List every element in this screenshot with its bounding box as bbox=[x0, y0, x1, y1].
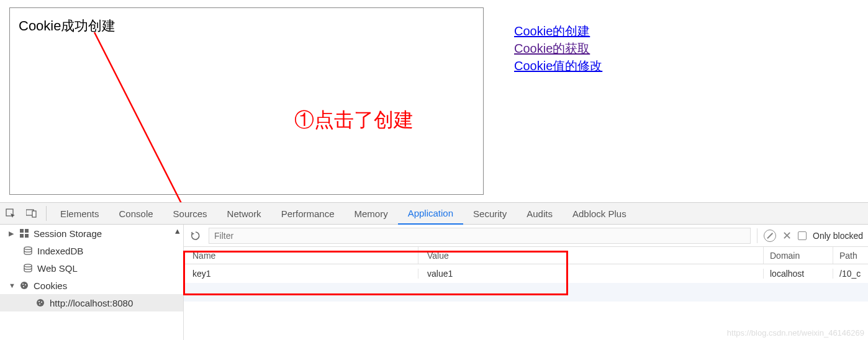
tab-adblock-plus[interactable]: Adblock Plus bbox=[563, 202, 636, 225]
chevron-right-icon: ▶ bbox=[9, 230, 15, 238]
svg-rect-5 bbox=[25, 229, 29, 233]
sidebar-item-session-storage[interactable]: ▶ Session Storage bbox=[0, 225, 183, 242]
svg-point-17 bbox=[39, 303, 40, 305]
close-icon[interactable]: ✕ bbox=[782, 229, 792, 243]
cell-value: value1 bbox=[418, 269, 764, 279]
cookie-table: Name Value Domain Path key1 value1 local… bbox=[184, 247, 868, 340]
table-row[interactable]: key1 value1 localhost /10_c bbox=[184, 264, 868, 283]
svg-point-11 bbox=[22, 284, 24, 285]
refresh-icon[interactable] bbox=[189, 225, 202, 247]
svg-point-12 bbox=[25, 284, 26, 285]
sidebar-item-label: Session Storage bbox=[34, 228, 102, 239]
cookie-icon bbox=[19, 281, 30, 290]
annotation-step1: ①点击了创建 bbox=[294, 107, 414, 134]
svg-rect-7 bbox=[25, 234, 29, 238]
link-cookie-modify[interactable]: Cookie值的修改 bbox=[514, 57, 602, 74]
tab-application[interactable]: Application bbox=[398, 202, 463, 225]
svg-rect-6 bbox=[20, 234, 24, 238]
svg-point-9 bbox=[24, 264, 32, 267]
header-domain[interactable]: Domain bbox=[764, 247, 833, 264]
watermark: https://blog.csdn.net/weixin_46146269 bbox=[727, 328, 864, 338]
sidebar-item-label: IndexedDB bbox=[37, 246, 83, 256]
scroll-up-icon[interactable]: ▴ bbox=[172, 225, 183, 237]
table-row[interactable] bbox=[184, 283, 868, 302]
cookie-icon bbox=[35, 298, 46, 307]
link-cookie-create[interactable]: Cookie的创建 bbox=[514, 22, 602, 40]
filter-bar: ✕ Only blocked bbox=[184, 225, 868, 247]
device-toggle-icon[interactable] bbox=[21, 202, 42, 225]
database-icon bbox=[22, 246, 34, 255]
svg-rect-3 bbox=[32, 211, 36, 217]
cell-path: /10_c bbox=[833, 269, 868, 279]
svg-point-14 bbox=[37, 299, 44, 306]
only-blocked-label: Only blocked bbox=[813, 231, 863, 241]
header-name[interactable]: Name bbox=[184, 247, 418, 264]
tab-memory[interactable]: Memory bbox=[345, 202, 398, 225]
database-icon bbox=[22, 264, 34, 272]
link-list: Cookie的创建 Cookie的获取 Cookie值的修改 bbox=[514, 22, 602, 74]
sidebar-item-cookies[interactable]: ▼ Cookies bbox=[0, 277, 183, 294]
chevron-down-icon: ▼ bbox=[9, 282, 15, 289]
cell-domain: localhost bbox=[764, 269, 833, 279]
sidebar-item-websql[interactable]: Web SQL bbox=[0, 259, 183, 277]
svg-rect-4 bbox=[20, 229, 24, 233]
svg-point-15 bbox=[38, 301, 40, 302]
svg-point-16 bbox=[41, 302, 42, 303]
grid-icon bbox=[19, 229, 30, 238]
storage-sidebar: ▴ ▶ Session Storage IndexedDB Web SQL ▼ … bbox=[0, 225, 184, 340]
tab-network[interactable]: Network bbox=[217, 202, 271, 225]
tab-console[interactable]: Console bbox=[109, 202, 163, 225]
divider bbox=[757, 228, 757, 243]
devtools-body: ▴ ▶ Session Storage IndexedDB Web SQL ▼ … bbox=[0, 225, 868, 340]
sidebar-item-label: http://localhost:8080 bbox=[50, 298, 133, 308]
clear-all-icon[interactable] bbox=[764, 230, 776, 242]
header-path[interactable]: Path bbox=[833, 247, 868, 264]
tab-sources[interactable]: Sources bbox=[163, 202, 217, 225]
tab-security[interactable]: Security bbox=[463, 202, 517, 225]
devtools-tab-bar: Elements Console Sources Network Perform… bbox=[0, 202, 868, 225]
sidebar-item-label: Cookies bbox=[34, 280, 67, 291]
cell-name: key1 bbox=[184, 269, 418, 279]
cookie-panel: ✕ Only blocked Name Value Domain Path ke… bbox=[184, 225, 868, 340]
page-content-frame: Cookie成功创建 bbox=[9, 7, 484, 195]
filter-input[interactable] bbox=[209, 228, 751, 244]
inspect-icon[interactable] bbox=[0, 202, 21, 225]
tab-performance[interactable]: Performance bbox=[271, 202, 345, 225]
svg-point-13 bbox=[23, 286, 24, 287]
only-blocked-checkbox[interactable] bbox=[798, 231, 807, 240]
tab-elements[interactable]: Elements bbox=[50, 202, 109, 225]
svg-point-8 bbox=[24, 247, 32, 249]
header-value[interactable]: Value bbox=[418, 247, 764, 264]
table-header: Name Value Domain Path bbox=[184, 247, 868, 264]
tab-audits[interactable]: Audits bbox=[517, 202, 563, 225]
svg-point-10 bbox=[20, 282, 28, 289]
sidebar-item-indexeddb[interactable]: IndexedDB bbox=[0, 242, 183, 259]
sidebar-item-cookie-origin[interactable]: http://localhost:8080 bbox=[0, 294, 183, 311]
sidebar-item-label: Web SQL bbox=[37, 263, 78, 274]
page-message: Cookie成功创建 bbox=[19, 17, 474, 35]
link-cookie-get[interactable]: Cookie的获取 bbox=[514, 40, 602, 57]
divider bbox=[46, 206, 47, 221]
